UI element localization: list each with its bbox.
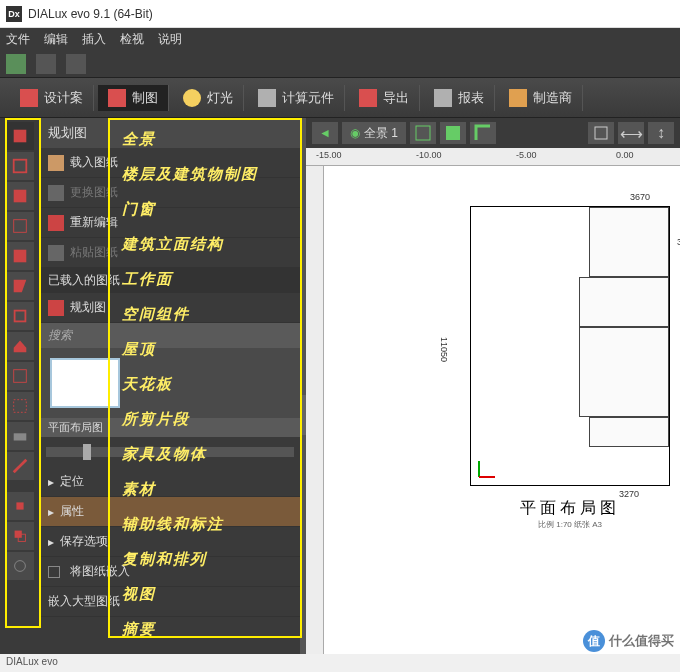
tool-ceiling-icon[interactable]	[6, 362, 34, 390]
tab-drawing[interactable]: 制图	[98, 85, 169, 111]
export-icon	[359, 89, 377, 107]
popup-room-elements[interactable]: 空间组件	[112, 297, 298, 332]
undo-icon[interactable]	[36, 54, 56, 74]
report-icon	[434, 89, 452, 107]
replace-icon	[48, 185, 64, 201]
left-tool-strip	[0, 118, 40, 672]
tool-floor-icon[interactable]	[6, 182, 34, 210]
svg-point-12	[15, 561, 26, 572]
snap-button[interactable]: ↕	[648, 122, 674, 144]
window-title: DIALux evo 9.1 (64-Bit)	[28, 7, 153, 21]
floorplan-title: 平面布局图	[470, 498, 670, 519]
reedit-icon	[48, 215, 64, 231]
view-selector[interactable]: ◉全景 1	[342, 122, 406, 144]
titlebar: Dx DIALux evo 9.1 (64-Bit)	[0, 0, 680, 28]
status-bar: DIALux evo	[0, 654, 680, 672]
light-icon	[183, 89, 201, 107]
view-2d-button[interactable]	[410, 122, 436, 144]
drawing-icon	[108, 89, 126, 107]
svg-rect-15	[595, 127, 607, 139]
svg-rect-0	[14, 130, 27, 143]
tool-cutout-icon[interactable]	[6, 392, 34, 420]
calc-icon	[258, 89, 276, 107]
tool-aux-icon[interactable]	[6, 492, 34, 520]
main-toolbar: 设计案 制图 灯光 计算元件 导出 报表 制造商	[0, 78, 680, 118]
drawing-thumbnail[interactable]	[50, 358, 120, 408]
svg-rect-8	[14, 433, 27, 440]
tab-manufacturer[interactable]: 制造商	[499, 85, 583, 111]
menu-edit[interactable]: 编辑	[44, 31, 68, 48]
view-back-button[interactable]: ◄	[312, 122, 338, 144]
tool-workplane-icon[interactable]	[6, 272, 34, 300]
tool-building-icon[interactable]	[6, 152, 34, 180]
popup-roof[interactable]: 屋顶	[112, 332, 298, 367]
menu-help[interactable]: 说明	[158, 31, 182, 48]
design-icon	[20, 89, 38, 107]
popup-panorama[interactable]: 全景	[112, 122, 298, 157]
app-icon: Dx	[6, 6, 22, 22]
floorplan: 3670 3670 1770 11050 3660 810 3270 平面布局图…	[470, 206, 670, 546]
tab-export[interactable]: 导出	[349, 85, 420, 111]
measure-button[interactable]: ⟷	[618, 122, 644, 144]
watermark-icon: 值	[583, 630, 605, 652]
svg-rect-1	[14, 160, 27, 173]
save-icon[interactable]	[6, 54, 26, 74]
tool-room-icon[interactable]	[6, 302, 34, 330]
floorplan-subtitle: 比例 1:70 纸张 A3	[470, 519, 670, 530]
menu-insert[interactable]: 插入	[82, 31, 106, 48]
svg-rect-2	[14, 190, 27, 203]
drawing-viewport[interactable]: 3670 3670 1770 11050 3660 810 3270 平面布局图…	[324, 166, 680, 672]
svg-rect-14	[446, 126, 460, 140]
svg-rect-6	[14, 370, 27, 383]
canvas-toolbar: ◄ ◉全景 1 ⟷ ↕	[306, 118, 680, 148]
load-icon	[48, 155, 64, 171]
canvas-area: ◄ ◉全景 1 ⟷ ↕ -15.00 -10.00 -5.00 0.00 367…	[306, 118, 680, 672]
redo-icon[interactable]	[66, 54, 86, 74]
tool-furniture-icon[interactable]	[6, 422, 34, 450]
tab-light[interactable]: 灯光	[173, 85, 244, 111]
popup-facade[interactable]: 建筑立面结构	[112, 227, 298, 262]
tool-facade-icon[interactable]	[6, 242, 34, 270]
fit-button[interactable]	[588, 122, 614, 144]
manufacturer-icon	[509, 89, 527, 107]
popup-ceiling[interactable]: 天花板	[112, 367, 298, 402]
plan-item-icon	[48, 300, 64, 316]
svg-rect-4	[14, 250, 27, 263]
quick-access-bar	[0, 50, 680, 78]
svg-rect-9	[16, 502, 23, 509]
watermark: 值 什么值得买	[583, 630, 674, 652]
tab-report[interactable]: 报表	[424, 85, 495, 111]
popup-view[interactable]: 视图	[112, 577, 298, 612]
tool-material-icon[interactable]	[6, 452, 34, 480]
tool-roof-icon[interactable]	[6, 332, 34, 360]
popup-workplane[interactable]: 工作面	[112, 262, 298, 297]
popup-building[interactable]: 楼层及建筑物制图	[112, 157, 298, 192]
watermark-text: 什么值得买	[609, 632, 674, 650]
view-3d-button[interactable]	[440, 122, 466, 144]
menubar: 文件 编辑 插入 检视 说明	[0, 28, 680, 50]
paste-icon	[48, 245, 64, 261]
ruler-horizontal: -15.00 -10.00 -5.00 0.00	[306, 148, 680, 166]
svg-rect-7	[14, 400, 27, 413]
ruler-vertical	[306, 166, 324, 672]
popup-copy-arrange[interactable]: 复制和排列	[112, 542, 298, 577]
popup-furniture[interactable]: 家具及物体	[112, 437, 298, 472]
tool-door-icon[interactable]	[6, 212, 34, 240]
menu-view[interactable]: 检视	[120, 31, 144, 48]
tab-calc[interactable]: 计算元件	[248, 85, 345, 111]
menu-file[interactable]: 文件	[6, 31, 30, 48]
svg-rect-3	[14, 220, 27, 233]
popup-doors-windows[interactable]: 门窗	[112, 192, 298, 227]
popup-guides[interactable]: 辅助线和标注	[112, 507, 298, 542]
popup-cutout[interactable]: 所剪片段	[112, 402, 298, 437]
view-side-button[interactable]	[470, 122, 496, 144]
tab-design[interactable]: 设计案	[10, 85, 94, 111]
popup-material[interactable]: 素材	[112, 472, 298, 507]
tool-view-icon[interactable]	[6, 552, 34, 580]
tool-copy-icon[interactable]	[6, 522, 34, 550]
svg-rect-5	[15, 311, 26, 322]
workspace: 规划图 载入图纸 更换图纸 重新编辑 粘贴图纸 已载入的图纸 规划图 搜索 平面…	[0, 118, 680, 672]
tool-plan-icon[interactable]	[6, 122, 34, 150]
popup-summary[interactable]: 摘要	[112, 612, 298, 647]
category-popup-menu: 全景 楼层及建筑物制图 门窗 建筑立面结构 工作面 空间组件 屋顶 天花板 所剪…	[112, 122, 298, 647]
